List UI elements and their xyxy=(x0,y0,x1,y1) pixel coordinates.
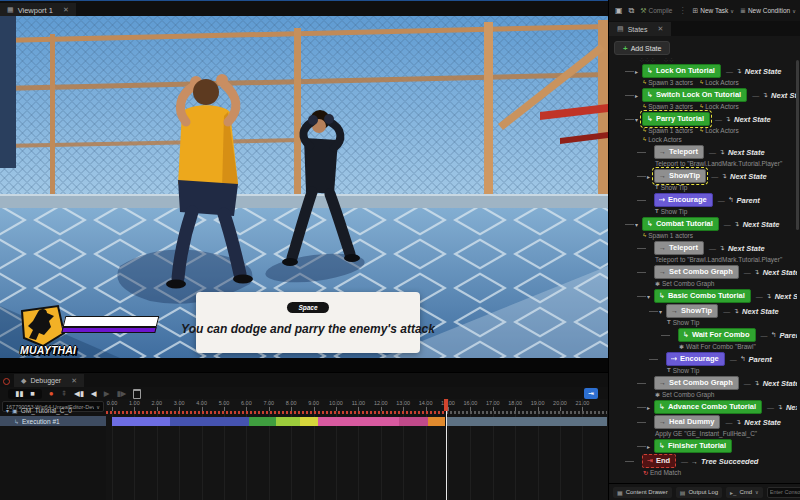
node-pill[interactable]: ↳Basic Combo Tutorial xyxy=(654,289,751,303)
node-detail-row: TShow Tip xyxy=(609,207,797,215)
node-pill[interactable]: →Teleport xyxy=(654,241,704,255)
stop-button[interactable]: ■ xyxy=(30,390,35,398)
node-pill[interactable]: ↳Wait For Combo xyxy=(678,328,756,342)
state-row[interactable]: →Set Combo Graph—↴Next State xyxy=(609,377,797,389)
node-pill[interactable]: →ShowTip xyxy=(654,169,706,183)
node-pill[interactable]: →ShowTip xyxy=(666,304,718,318)
state-row[interactable]: →Teleport—↴Next State xyxy=(609,242,797,254)
new-task-button[interactable]: ⊞ New Task ∨ xyxy=(692,7,734,15)
node-pill[interactable]: ↳Combat Tutorial xyxy=(642,217,719,231)
state-row[interactable]: ▾↳Basic Combo Tutorial—↴Next State xyxy=(609,290,797,302)
close-icon[interactable]: ✕ xyxy=(63,6,69,14)
step-back-over-button[interactable]: ◀▮ xyxy=(74,390,84,398)
timeline-segment[interactable] xyxy=(112,417,170,426)
timeline-segment[interactable] xyxy=(170,417,248,426)
chevron-right-icon[interactable]: ▸ xyxy=(647,443,654,450)
tab-states[interactable]: ▤ States ✕ xyxy=(609,22,671,36)
state-row[interactable]: →Teleport—↴Next State xyxy=(609,146,797,158)
compile-button[interactable]: ⚒ Compile xyxy=(640,7,672,15)
node-pill[interactable]: ↳Parry Tutorial xyxy=(642,112,710,126)
content-drawer-button[interactable]: ▦ Content Drawer xyxy=(613,487,672,498)
step-forward-button[interactable]: ▶ xyxy=(104,390,110,398)
state-row[interactable]: ▸↳Switch Lock On Tutorial—↴Next State xyxy=(609,89,797,101)
console-command-input[interactable] xyxy=(767,487,800,498)
state-row[interactable]: ⇢Encourage—↰Parent xyxy=(609,353,797,365)
timeline-segment[interactable] xyxy=(300,417,318,426)
step-forward-over-button[interactable]: ▮▶ xyxy=(116,390,126,398)
tab-debugger[interactable]: ◆ Debugger ✕ xyxy=(14,374,84,387)
grid-line xyxy=(291,399,292,500)
goto-end-button[interactable]: ⇥ xyxy=(584,388,598,399)
node-pill[interactable]: ⇥End xyxy=(642,454,676,468)
expand-arrow-icon[interactable]: ▾ xyxy=(6,407,9,414)
output-log-button[interactable]: ▤ Output Log xyxy=(676,487,722,498)
state-row[interactable]: ▸→ShowTip—↴Next State xyxy=(609,170,797,182)
state-row[interactable]: ▾↳Combat Tutorial—↴Next State xyxy=(609,218,797,230)
node-pill[interactable]: →Set Combo Graph xyxy=(654,376,739,390)
link-arrow-icon: ↴ xyxy=(725,115,731,123)
timeline-segment[interactable] xyxy=(318,417,399,426)
tab-viewport-1[interactable]: ▦ Viewport 1 ✕ xyxy=(0,3,76,17)
chevron-down-icon[interactable]: ▾ xyxy=(647,293,654,300)
chevron-right-icon[interactable]: ▸ xyxy=(635,68,642,75)
state-row[interactable]: ▸↳Finisher Tutorial xyxy=(609,440,797,452)
close-icon[interactable]: ✕ xyxy=(71,377,77,385)
state-row[interactable]: ▾→ShowTip—↴Next State xyxy=(609,305,797,317)
timeline-segment[interactable] xyxy=(276,417,301,426)
node-label: ShowTip xyxy=(681,306,712,315)
node-pill[interactable]: ↳Advance Combo Tutorial xyxy=(654,400,762,414)
chevron-down-icon[interactable]: ▾ xyxy=(635,116,642,123)
save-icon[interactable]: ▣ xyxy=(615,6,623,15)
step-back-button[interactable]: ◀ xyxy=(91,390,97,398)
state-row[interactable]: ⇢Encourage—↰Parent xyxy=(609,194,797,206)
record-button[interactable]: ● xyxy=(49,390,54,398)
timeline-track-area[interactable]: 0.001.002.003.004.005.006.007.008.009.00… xyxy=(106,399,608,500)
scrollbar[interactable] xyxy=(796,60,799,230)
cmd-dropdown[interactable]: ▸_ Cmd ∨ xyxy=(726,487,763,498)
node-pill[interactable]: ⇢Encourage xyxy=(654,193,713,207)
tree-row-gm-tutorial[interactable]: ▾ ▣ GM_Tutorial_C_0 xyxy=(0,406,106,415)
game-viewport[interactable]: Space You can dodge and parry the enemy'… xyxy=(0,16,608,358)
node-type-icon: → xyxy=(659,148,666,155)
browse-icon[interactable]: ⧉ xyxy=(629,6,635,16)
add-state-button[interactable]: + Add State xyxy=(614,41,670,55)
state-row[interactable]: →Set Combo Graph—↴Next State xyxy=(609,266,797,278)
state-row[interactable]: ▸↳Lock On Tutorial—↴Next State xyxy=(609,65,797,77)
zap-icon: ϟ xyxy=(700,103,703,109)
node-pill[interactable]: →Heal Dummy xyxy=(654,415,720,429)
tutorial-tooltip: Space You can dodge and parry the enemy'… xyxy=(196,292,420,353)
state-row[interactable]: →Heal Dummy—↴Next State xyxy=(609,416,797,428)
state-row[interactable]: ▾↳Parry Tutorial—↴Next State xyxy=(609,113,797,125)
new-condition-button[interactable]: ≣ New Condition ∨ xyxy=(740,7,796,15)
timeline-segment[interactable] xyxy=(428,417,445,426)
playhead-marker[interactable] xyxy=(444,399,448,411)
playhead[interactable] xyxy=(446,399,447,500)
node-pill[interactable]: →Set Combo Graph xyxy=(654,265,739,279)
node-pill[interactable]: ↳Switch Lock On Tutorial xyxy=(642,88,747,102)
step-to-start-button[interactable]: ⇞ xyxy=(61,390,67,398)
chevron-down-icon[interactable]: ▾ xyxy=(635,221,642,228)
clip-icon: ✱ xyxy=(655,280,660,287)
node-label: Lock On Tutorial xyxy=(656,66,715,75)
state-row[interactable]: ↳Wait For Combo—↰Parent xyxy=(609,329,797,341)
pause-button[interactable]: ▮▮ xyxy=(15,390,23,398)
timeline-segment[interactable] xyxy=(446,417,607,426)
state-row[interactable]: ⇥End—→Tree Succeeded xyxy=(609,455,797,467)
node-pill[interactable]: ↳Lock On Tutorial xyxy=(642,64,721,78)
timeline-segment[interactable] xyxy=(399,417,428,426)
close-icon[interactable]: ✕ xyxy=(657,25,663,33)
timeline-segment[interactable] xyxy=(249,417,276,426)
node-pill[interactable]: →Teleport xyxy=(654,145,704,159)
chevron-right-icon[interactable]: ▸ xyxy=(647,173,654,180)
ruler-tick-label: 21.00 xyxy=(576,400,590,406)
node-pill[interactable]: ↳Finisher Tutorial xyxy=(654,439,732,453)
node-pill[interactable]: ⇢Encourage xyxy=(666,352,725,366)
trash-icon[interactable] xyxy=(133,389,141,399)
state-row[interactable]: ▸↳Advance Combo Tutorial—↴Next State xyxy=(609,401,797,413)
clipped-row: ⁘⁘⁘⁘⁘ xyxy=(609,57,797,62)
chevron-right-icon[interactable]: ▸ xyxy=(635,92,642,99)
chevron-right-icon[interactable]: ▸ xyxy=(647,404,654,411)
detail-text: End Match xyxy=(650,469,681,476)
tree-row-execution[interactable]: ↳ Execution #1 xyxy=(0,416,106,426)
chevron-down-icon[interactable]: ▾ xyxy=(659,308,666,315)
